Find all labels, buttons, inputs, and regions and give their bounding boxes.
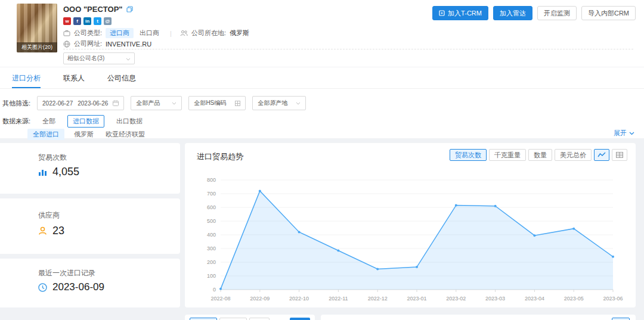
similar-company-select[interactable]: 相似公司名(3) [63, 52, 135, 64]
svg-text:2023-02: 2023-02 [446, 296, 466, 302]
hs-code-select[interactable]: 全部HS编码 [188, 96, 246, 110]
linkedin-icon[interactable]: in [83, 17, 91, 25]
origin-select[interactable]: 全部原产地 [252, 96, 306, 110]
analysis-panel: 进口分析 联系人 公司信息 其他筛选: 2022-06-27 2023-06-2… [0, 67, 644, 138]
add-radar-button[interactable]: 加入雷达 [493, 6, 532, 20]
chart-title: 进口贸易趋势 [197, 151, 243, 162]
import-trend-line-chart[interactable]: 01002003004005006007008002022-082022-092… [199, 173, 624, 305]
clock-icon [38, 283, 47, 292]
data-source-export[interactable]: 出口数据 [112, 116, 147, 127]
partial-button[interactable] [612, 318, 630, 320]
date-to[interactable]: 2023-06-26 [78, 100, 108, 107]
svg-text:100: 100 [207, 273, 216, 279]
expand-link[interactable]: 展开 [614, 129, 634, 138]
sub-option-all-import[interactable]: 全部进口 [27, 129, 64, 140]
location-icon [180, 30, 188, 36]
header-actions: 加入T-CRM 加入雷达 开启监测 导入内部CRM [432, 6, 636, 20]
product-select[interactable]: 全部产品 [131, 96, 182, 110]
svg-text:2022-12: 2022-12 [368, 296, 388, 302]
related-images-caption[interactable]: 相关图片(20) [17, 42, 57, 52]
svg-text:800: 800 [207, 177, 216, 183]
partial-button[interactable] [190, 318, 217, 320]
company-header: 相关图片(20) OOO "PECTOP" w f in t @ 公司类型: [0, 0, 644, 67]
date-range-picker[interactable]: 2022-06-27 2023-06-26 [37, 96, 124, 110]
copy-icon[interactable] [126, 6, 133, 13]
website-label: 公司网址: [74, 39, 102, 48]
website-value[interactable]: INVENTIVE.RU [106, 41, 151, 48]
add-tcrm-label: 加入T-CRM [448, 9, 482, 18]
filter-row: 其他筛选: 2022-06-27 2023-06-26 全部产品 全部HS编码 … [2, 96, 306, 110]
line-chart-view-button[interactable] [594, 149, 609, 161]
company-trade-page: 相关图片(20) OOO "PECTOP" w f in t @ 公司类型: [0, 0, 644, 320]
chevron-down-icon [296, 102, 301, 105]
location-value: 俄罗斯 [230, 29, 249, 38]
svg-text:2023-03: 2023-03 [485, 296, 505, 302]
date-from[interactable]: 2022-06-27 [42, 100, 73, 107]
expand-label: 展开 [614, 129, 627, 138]
supplier-icon [38, 226, 47, 235]
trade-count-label: 贸易次数 [38, 153, 67, 163]
start-monitoring-label: 开启监测 [544, 9, 570, 18]
metric-quantity-button[interactable]: 数量 [528, 149, 552, 161]
import-crm-button[interactable]: 导入内部CRM [581, 6, 636, 20]
company-photo[interactable]: 相关图片(20) [17, 4, 57, 52]
company-info: OOO "PECTOP" w f in t @ [63, 5, 133, 25]
email-icon[interactable]: @ [104, 17, 112, 25]
company-website-row: 公司网址: INVENTIVE.RU [63, 39, 151, 48]
bar-chart-icon [38, 168, 47, 176]
svg-text:700: 700 [207, 191, 216, 197]
sub-option-eaeu[interactable]: 欧亚经济联盟 [103, 129, 147, 140]
company-type-icon [63, 30, 70, 36]
tab-import-analysis[interactable]: 进口分析 [12, 67, 41, 88]
svg-text:0: 0 [213, 287, 216, 293]
data-source-all[interactable]: 全部 [38, 116, 60, 127]
company-type-label: 公司类型: [74, 29, 102, 38]
header-divider [63, 49, 633, 49]
similar-company-label: 相似公司名(3) [67, 54, 104, 63]
globe-icon [63, 41, 70, 48]
import-source-subrow: 全部进口 俄罗斯 欧亚经济联盟 [27, 129, 147, 140]
svg-text:2022-11: 2022-11 [329, 296, 348, 302]
product-select-value: 全部产品 [136, 99, 160, 107]
tcrm-icon [439, 10, 445, 16]
metric-trade-count-button[interactable]: 贸易次数 [450, 149, 487, 161]
table-view-button[interactable] [612, 149, 627, 161]
data-source-import[interactable]: 进口数据 [67, 115, 104, 128]
start-monitoring-button[interactable]: 开启监测 [537, 6, 577, 20]
exporter-tag[interactable]: 出口商 [137, 28, 162, 38]
partial-panel-left [185, 315, 315, 320]
partial-button[interactable] [249, 318, 270, 320]
svg-text:300: 300 [207, 246, 216, 251]
weibo-icon[interactable]: w [63, 17, 71, 25]
trade-count-value: 4,055 [52, 166, 79, 178]
svg-text:2023-01: 2023-01 [407, 296, 426, 302]
add-radar-label: 加入雷达 [500, 9, 526, 18]
trade-count-card: 贸易次数 4,055 [0, 143, 180, 194]
partial-button[interactable] [290, 318, 310, 320]
import-trend-panel: 进口贸易趋势 贸易次数 千克重量 数量 美元总价 010020030040050… [185, 143, 636, 307]
supplier-value: 23 [52, 225, 64, 237]
svg-text:2023-06: 2023-06 [603, 296, 623, 302]
last-import-value: 2023-06-09 [52, 281, 104, 293]
line-chart-icon [597, 152, 606, 158]
sub-option-russia[interactable]: 俄罗斯 [72, 129, 96, 140]
svg-text:600: 600 [207, 204, 216, 210]
metric-usd-button[interactable]: 美元总价 [555, 149, 592, 161]
chart-metric-toggles: 贸易次数 千克重量 数量 美元总价 [450, 149, 627, 161]
twitter-icon[interactable]: t [94, 17, 101, 25]
svg-text:500: 500 [207, 218, 216, 224]
svg-text:2023-04: 2023-04 [525, 296, 544, 302]
company-name: OOO "PECTOP" [63, 5, 123, 14]
chevron-down-icon [126, 55, 131, 62]
importer-tag[interactable]: 进口商 [106, 28, 134, 38]
import-crm-label: 导入内部CRM [588, 9, 629, 18]
tab-contacts[interactable]: 联系人 [63, 67, 85, 88]
facebook-icon[interactable]: f [73, 17, 81, 25]
partial-button[interactable] [219, 318, 247, 320]
metric-weight-button[interactable]: 千克重量 [489, 149, 526, 161]
tab-company-info[interactable]: 公司信息 [107, 67, 136, 88]
calendar-icon [113, 100, 119, 106]
company-meta-row: 公司类型: 进口商 出口商 | 公司所在地: 俄罗斯 [63, 28, 249, 38]
add-tcrm-button[interactable]: 加入T-CRM [432, 6, 488, 20]
divider: | [170, 30, 172, 37]
